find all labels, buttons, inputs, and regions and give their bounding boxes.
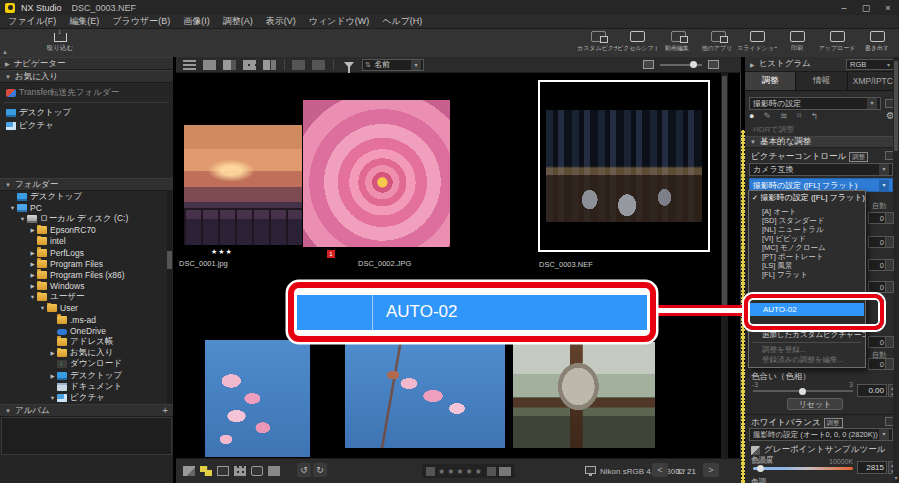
movie-edit-button[interactable]: 動画編集	[659, 31, 695, 55]
tree-item-folder[interactable]: ▶Windows	[0, 281, 173, 292]
multi-view-icon[interactable]	[243, 60, 256, 70]
histogram-header[interactable]: ▶ ヒストグラム RGB▾	[745, 57, 899, 72]
tree-item-local-disk[interactable]: ▼ローカル ディスク (C:)	[0, 213, 173, 224]
favorite-item[interactable]: デスクトップ	[0, 106, 173, 119]
next-image-button[interactable]: >	[703, 463, 719, 477]
thumbnail-photo[interactable]	[513, 342, 655, 448]
menu-image[interactable]: 画像(I)	[183, 15, 210, 28]
tree-item-downloads[interactable]: ダウンロード	[0, 359, 173, 370]
info-overlay-icon[interactable]	[251, 466, 263, 476]
albums-header[interactable]: ▼アルバム+	[0, 404, 173, 417]
color-label-badge[interactable]: 1	[327, 250, 335, 258]
rating-stars[interactable]: ★★★★★	[438, 467, 484, 476]
tree-item-folder[interactable]: ▼User	[0, 303, 173, 314]
label-picker-icon[interactable]	[499, 467, 511, 476]
menu-item-current[interactable]: ✓撮影時の設定 ([FL] フラット)	[749, 191, 865, 204]
filter-icon[interactable]	[344, 62, 354, 68]
menu-item-preset[interactable]: [A] オート	[749, 207, 865, 216]
pencil-icon[interactable]: ✎	[763, 111, 771, 121]
tree-item-folder[interactable]: .ms-ad	[0, 314, 173, 325]
slider-handle[interactable]	[799, 388, 806, 395]
minimize-button[interactable]: –	[833, 0, 855, 15]
tree-item-folder[interactable]: ▶Program Files	[0, 258, 173, 269]
white-balance-dropdown[interactable]: 撮影時の設定 (オート0, 0, 0 (2820K))▾	[749, 428, 893, 441]
histogram-overlay-icon[interactable]	[268, 466, 280, 476]
custom-picture-control-button[interactable]: カスタムピクチャーコントロール	[579, 31, 615, 55]
tab-xmp-iptc[interactable]: XMP/IPTC	[848, 72, 899, 90]
label-filter-icon[interactable]	[200, 466, 212, 476]
rating-stars[interactable]: ★★★	[211, 248, 233, 256]
menu-item-preset[interactable]: [VI] ビビッド	[749, 234, 865, 243]
menu-window[interactable]: ウィンドウ(W)	[309, 15, 370, 28]
tree-item-folder[interactable]: ▶PerfLogs	[0, 247, 173, 258]
compare-view-icon[interactable]	[263, 60, 276, 70]
rating-control[interactable]: ★★★★★	[422, 464, 515, 478]
rotate-right-button[interactable]: ↻	[313, 463, 327, 477]
rotate-left-button[interactable]: ↺	[297, 463, 311, 477]
menu-item-preset[interactable]: [LS] 風景	[749, 261, 865, 270]
folder-tree-scrollbar[interactable]	[167, 191, 172, 404]
tree-item-onedrive[interactable]: OneDrive	[0, 325, 173, 336]
menu-file[interactable]: ファイル(F)	[8, 15, 56, 28]
tree-item-documents[interactable]: ドキュメント	[0, 381, 173, 392]
image-filmstrip-view-icon[interactable]	[223, 60, 236, 70]
thumbnail-list-view-icon[interactable]	[183, 60, 196, 70]
navigator-header[interactable]: ▶ナビゲーター	[0, 57, 173, 70]
thumbnail-dsc0003-selected[interactable]	[538, 80, 710, 252]
menu-item-edit-custom[interactable]: 追加したカスタムピクチャーコントロールを編集...	[749, 330, 865, 340]
menu-item-register[interactable]: 調整を登録...	[749, 345, 865, 355]
menu-item-edit-registered[interactable]: 登録済みの調整を編集...	[749, 355, 865, 365]
parameter-spinner[interactable]: 0	[868, 236, 894, 248]
menu-item-preset[interactable]: [PT] ポートレート	[749, 252, 865, 261]
thumbnail-photo[interactable]	[345, 344, 505, 448]
upload-button[interactable]: アップロード	[819, 31, 855, 55]
secondary-window-icon[interactable]	[292, 60, 305, 70]
thumbnail-photo[interactable]	[205, 340, 310, 457]
export-button[interactable]: 書き出す	[859, 31, 895, 55]
tree-item-pc[interactable]: ▼PC	[0, 202, 173, 213]
favorites-header[interactable]: ▼お気に入り	[0, 70, 173, 83]
color-temperature-slider[interactable]	[753, 467, 853, 470]
tree-item-folder[interactable]: intel	[0, 236, 173, 247]
menu-item-preset[interactable]: [NL] ニュートラル	[749, 225, 865, 234]
levels-icon[interactable]: ≋	[780, 111, 788, 121]
label-none-icon[interactable]	[487, 467, 496, 476]
menu-browser[interactable]: ブラウザー(B)	[112, 15, 170, 28]
menu-adjust[interactable]: 調整(A)	[223, 15, 253, 28]
basic-adjustments-header[interactable]: ▼基本的な調整	[745, 136, 893, 148]
large-thumbnail-icon[interactable]	[708, 60, 719, 69]
slider-handle[interactable]	[757, 465, 764, 472]
add-album-button[interactable]: +	[162, 405, 168, 416]
tree-item-folder[interactable]: ▼ユーザー	[0, 292, 173, 303]
image-view-icon[interactable]	[203, 60, 216, 70]
favorite-item[interactable]: Transfer転送先フォルダー	[0, 86, 173, 99]
import-button[interactable]: 取り込む	[40, 31, 80, 55]
retouch-brush-icon[interactable]: ●	[749, 111, 754, 121]
print-button[interactable]: 印刷	[779, 31, 815, 55]
parameter-spinner[interactable]: 0	[868, 281, 894, 293]
adjustment-preset-dropdown[interactable]: 撮影時の設定▾	[749, 97, 881, 110]
picture-control-mode-dropdown[interactable]: カメラ互換▾	[749, 163, 893, 176]
thumbnail-display-icon[interactable]	[183, 466, 195, 476]
thumbnail-dsc0002[interactable]	[303, 100, 450, 247]
slideshow-button[interactable]: スライドショー	[739, 31, 775, 55]
menu-edit[interactable]: 編集(E)	[69, 15, 99, 28]
parameter-spinner[interactable]: 0	[868, 358, 894, 370]
full-screen-icon[interactable]	[312, 60, 325, 70]
tree-item-desktop[interactable]: ▶デスクトップ	[0, 370, 173, 381]
small-thumbnail-icon[interactable]	[643, 60, 654, 69]
maximize-button[interactable]: ▢	[855, 0, 877, 15]
parameter-spinner[interactable]: 0	[868, 212, 894, 224]
parameter-spinner[interactable]: 0	[868, 259, 894, 271]
slider-handle[interactable]	[690, 61, 697, 68]
tree-item-desktop[interactable]: デスクトップ	[0, 191, 173, 202]
hue-slider[interactable]	[753, 390, 853, 392]
previous-image-button[interactable]: <	[652, 463, 668, 477]
reset-button[interactable]: リセット	[787, 398, 843, 410]
parameter-spinner[interactable]: 0	[868, 336, 894, 348]
toolbar-collapse-icon[interactable]: ▲	[2, 49, 8, 55]
menu-item-preset[interactable]: [FL] フラット	[749, 270, 865, 279]
menu-help[interactable]: ヘルプ(H)	[382, 15, 422, 28]
histogram-channel-dropdown[interactable]: RGB▾	[846, 59, 894, 70]
tree-item-pictures[interactable]: ▼ピクチャ	[0, 392, 173, 403]
